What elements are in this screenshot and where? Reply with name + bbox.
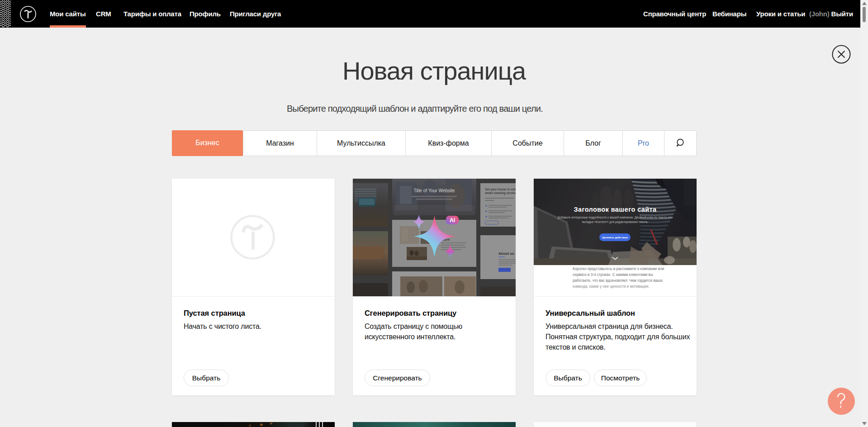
svg-text:команда, какие у нее ценности: команда, какие у нее ценности и мотиваци… (573, 285, 650, 289)
svg-text:работаете, что вас вдохновляет: работаете, что вас вдохновляет. Чем горд… (573, 279, 663, 283)
svg-text:Коротко представьтесь и расска: Коротко представьтесь и расскажите о ком… (573, 267, 664, 271)
svg-text:AI: AI (450, 217, 455, 223)
svg-text:вкладка «Контент» для редактир: вкладка «Контент» для редактирования тек… (582, 220, 648, 224)
svg-text:сервисе в 3-4 строках. С каким: сервисе в 3-4 строках. С какими клиентам… (573, 273, 653, 277)
svg-text:Целевое действие: Целевое действие (602, 236, 628, 239)
svg-text:About us: About us (498, 251, 514, 256)
svg-text:Title of Your Website: Title of Your Website (413, 188, 455, 193)
svg-text:Get your house in order with o: Get your house in order with o (485, 188, 516, 191)
svg-text:Заголовок вашего сайта: Заголовок вашего сайта (574, 206, 657, 213)
svg-text:Добавьте интересные подробност: Добавьте интересные подробности о вашей … (558, 216, 673, 219)
svg-text:smart cleaning service!: smart cleaning service! (485, 191, 516, 195)
